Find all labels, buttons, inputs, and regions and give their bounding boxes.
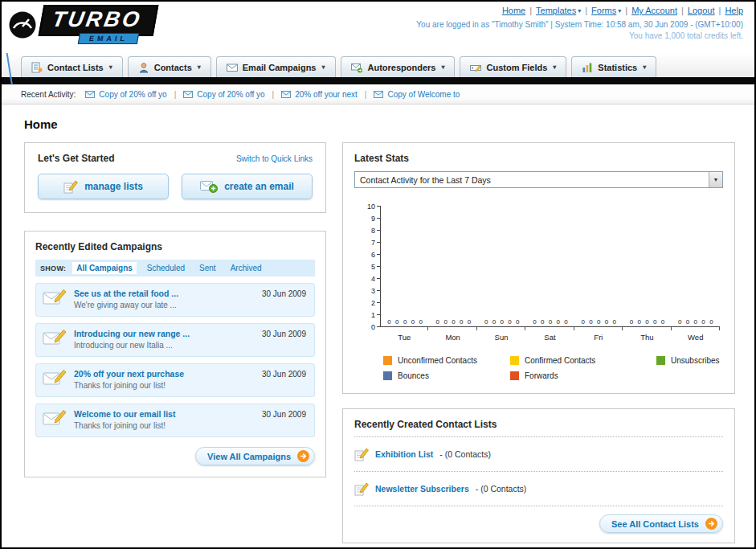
envelope-icon [281,91,291,98]
recent-activity-link: Copy of 20% off yo [197,90,264,99]
header-link-logout[interactable]: Logout [688,6,715,15]
chart-y-tick: 8 [371,227,380,235]
contact-list-detail: - (0 Contacts) [476,484,527,494]
see-all-contact-lists-button[interactable]: See All Contact Lists [599,514,723,533]
recently-created-lists-panel: Recently Created Contact Lists Exhibitio… [342,408,735,543]
switch-quick-links-link[interactable]: Switch to Quick Links [236,154,313,163]
campaign-text: Welcome to our email list Thanks for joi… [74,409,175,430]
nav-divider-strip [2,77,754,84]
campaign-text: 20% off your next purchase Thanks for jo… [74,369,184,390]
chart-plot-area: 00000000000000000000000000000000000 [380,206,720,327]
email-campaigns-icon [227,62,238,73]
recent-activity-item[interactable]: Copy of Welcome to [374,90,460,99]
tab-email-campaigns[interactable]: Email Campaigns▾ [216,56,336,77]
speedometer-icon [8,10,37,39]
chart-y-tick: 3 [371,287,380,295]
manage-lists-button[interactable]: manage lists [38,174,169,199]
campaign-title-link[interactable]: 20% off your next purchase [74,369,184,379]
contact-list-row[interactable]: Newsletter Subscribers - (0 Contacts) [354,478,723,499]
header-link-my-account[interactable]: My Account [631,6,677,15]
dotted-divider [354,436,723,437]
campaign-subtitle: We're giving away our late ... [74,301,178,309]
header-link-help[interactable]: Help [725,6,743,15]
get-started-title: Let's Get Started [38,153,115,164]
tab-statistics[interactable]: Statistics▾ [571,56,656,77]
link-separator: | [719,6,721,15]
campaign-title-link[interactable]: Introducing our new range ... [74,329,190,338]
tab-label: Email Campaigns [243,63,317,72]
campaign-row[interactable]: 20% off your next purchase Thanks for jo… [35,363,315,397]
contact-list-link[interactable]: Exhibition List [375,449,433,459]
campaigns-filter-bar: SHOW: All Campaigns Scheduled Sent Archi… [35,260,315,277]
dotted-divider [354,471,723,472]
envelope-pencil-icon [43,289,67,306]
header-link-home[interactable]: Home [502,6,525,15]
header-link-templates[interactable]: Templates [536,6,576,15]
chevron-down-icon: ▾ [553,64,556,71]
legend-item: Unconfirmed Contacts [383,356,510,365]
statistics-icon [582,62,593,73]
recent-activity-item[interactable]: 20% off your next [281,90,358,99]
manage-lists-label: manage lists [84,181,143,192]
pencil-paper-icon [354,447,369,461]
chart-value-labels: 00000000000000000000000000000000000 [381,318,720,326]
campaign-row[interactable]: Introducing our new range ... Introducin… [35,323,315,357]
logo-turbo: TURBO [39,5,159,36]
recent-activity-item[interactable]: Copy of 20% off yo [183,90,264,99]
contact-list-link[interactable]: Newsletter Subscribers [375,484,469,494]
contact-lists-title: Recently Created Contact Lists [354,419,723,430]
activity-separator: | [174,90,177,99]
recent-activity-item[interactable]: Copy of 20% off yo [85,90,166,99]
legend-item: Forwards [510,371,656,380]
chart-day-label: Sun [477,333,525,342]
app-logo[interactable]: TURBO EMAIL [8,5,156,44]
tab-custom-fields[interactable]: Custom Fields▾ [460,56,566,77]
campaign-date: 30 Jun 2009 [262,289,306,298]
campaign-date: 30 Jun 2009 [262,330,306,338]
arrow-right-icon [297,450,309,462]
legend-swatch [383,371,392,380]
tab-autoresponders[interactable]: Autoresponders▾ [341,56,456,77]
recent-activity-link: Copy of Welcome to [387,90,460,99]
filter-archived[interactable]: Archived [227,262,266,274]
filter-all-campaigns[interactable]: All Campaigns [72,262,136,274]
app-window: TURBO EMAIL Home | Templates▾ | Forms▾ |… [0,0,756,549]
campaign-title-link[interactable]: Welcome to our email list [74,409,175,419]
tab-contact-lists[interactable]: Contact Lists▾ [21,56,123,77]
legend-swatch [510,356,519,365]
show-label: SHOW: [40,264,66,272]
tab-contacts[interactable]: Contacts▾ [128,56,211,77]
filter-scheduled[interactable]: Scheduled [143,262,189,274]
contact-list-detail: - (0 Contacts) [439,449,491,459]
envelope-plus-icon [200,180,218,193]
campaign-subtitle: Thanks for joining our list! [74,381,184,390]
legend-label: Bounces [398,371,429,380]
envelope-pencil-icon [43,409,67,427]
chart-legend: Unconfirmed ContactsConfirmed ContactsUn… [383,356,723,380]
campaign-row[interactable]: Welcome to our email list Thanks for joi… [35,404,315,437]
left-column: Let's Get Started Switch to Quick Links … [24,142,326,477]
campaigns-title: Recently Edited Campaigns [35,241,315,252]
create-email-button[interactable]: create an email [182,174,313,199]
contact-list-row[interactable]: Exhibition List - (0 Contacts) [354,444,723,465]
activity-separator: | [272,90,275,99]
legend-label: Forwards [525,371,558,380]
dropdown-arrow-icon: ▼ [709,172,722,187]
filter-sent[interactable]: Sent [195,262,220,274]
envelope-pencil-icon [43,329,67,346]
chart-y-tick: 0 [371,323,380,331]
header-link-forms[interactable]: Forms [591,6,616,15]
recent-activity-link: 20% off your next [295,90,358,99]
campaign-row[interactable]: See us at the retail food ... We're givi… [35,283,315,317]
envelope-pencil-icon [43,369,67,387]
chart-y-tick: 4 [371,275,380,283]
stats-period-dropdown[interactable]: Contact Activity for the Last 7 Days ▼ [354,171,723,188]
login-info: You are logged in as "Timothy Smith" | S… [416,20,743,29]
view-all-campaigns-button[interactable]: View All Campaigns [195,447,315,465]
view-all-campaigns-label: View All Campaigns [207,452,291,461]
legend-swatch [656,356,665,365]
link-separator: | [625,6,627,15]
recent-activity-bar: Recent Activity: Copy of 20% off yo | Co… [2,84,754,104]
recent-activity-label: Recent Activity: [21,90,76,99]
campaign-title-link[interactable]: See us at the retail food ... [74,289,178,298]
